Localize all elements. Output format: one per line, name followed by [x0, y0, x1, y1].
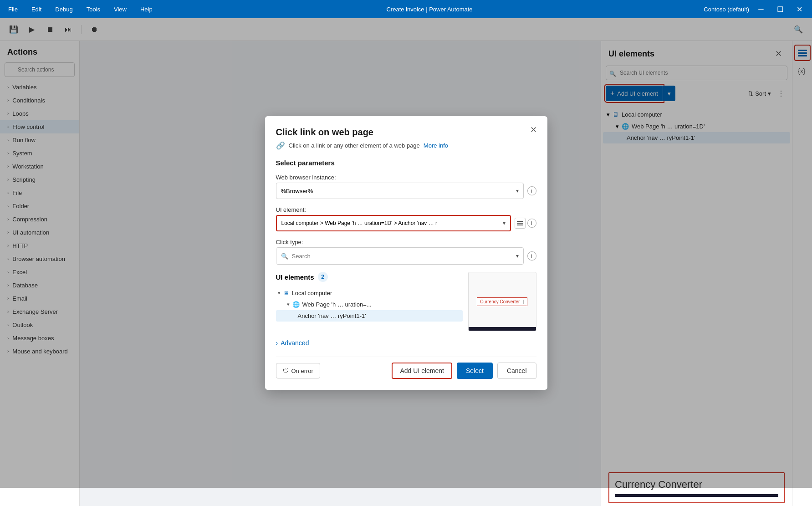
more-info-link[interactable]: More info [424, 142, 448, 149]
click-type-info-button[interactable]: i [527, 251, 536, 261]
svg-rect-5 [517, 223, 523, 224]
advanced-section: › Advanced [276, 335, 536, 357]
chevron-right-icon: › [276, 339, 278, 347]
modal-tree-web-page[interactable]: ▾ 🌐 Web Page 'h … uration=... [276, 299, 463, 310]
ui-element-label: UI element: [276, 206, 536, 213]
titlebar-title: Create invoice | Power Automate [386, 6, 472, 13]
preview-bar [469, 327, 536, 331]
modal-footer: 🛡 On error Add UI element Select Cancel [276, 357, 536, 379]
search-icon: 🔍 [281, 253, 288, 260]
currency-converter-bar [615, 494, 778, 497]
shield-icon: 🛡 [283, 368, 289, 374]
svg-rect-6 [517, 225, 523, 225]
menu-help[interactable]: Help [138, 4, 155, 15]
modal-overlay: Click link on web page ✕ 🔗 Click on a li… [0, 18, 812, 488]
click-type-search-input[interactable] [292, 253, 512, 260]
ui-element-row: UI element: Local computer > Web Page 'h… [276, 206, 536, 231]
ui-element-info-button[interactable]: i [527, 219, 536, 228]
menu-edit[interactable]: Edit [29, 4, 44, 15]
menu-tools[interactable]: Tools [84, 4, 103, 15]
modal-title: Click link on web page [276, 127, 536, 138]
chevron-down-icon: ▾ [516, 188, 519, 194]
modal-tree-anchor[interactable]: Anchor 'nav … ryPoint1-1' [276, 310, 463, 322]
click-type-label: Click type: [276, 239, 536, 245]
cancel-button[interactable]: Cancel [497, 363, 536, 379]
chevron-icon: ▾ [287, 302, 290, 307]
menu-file[interactable]: File [5, 4, 20, 15]
menu-view[interactable]: View [111, 4, 129, 15]
chevron-icon: ▾ [278, 290, 281, 296]
ui-elements-count-badge: 2 [318, 272, 328, 282]
layers-icon [517, 220, 523, 226]
maximize-button[interactable]: ☐ [773, 2, 787, 16]
globe-icon: 🌐 [292, 301, 300, 308]
ui-element-dropdown[interactable]: Local computer > Web Page 'h … uration=1… [276, 215, 511, 231]
click-type-search[interactable]: 🔍 ▾ [276, 248, 523, 264]
ui-element-actions: i [515, 218, 536, 229]
chevron-down-icon: ▾ [503, 220, 506, 226]
close-button[interactable]: ✕ [792, 2, 807, 16]
layers-button[interactable] [515, 218, 526, 229]
select-button[interactable]: Select [457, 363, 493, 379]
preview-element: Currency Converter | [477, 297, 527, 306]
web-browser-info-button[interactable]: i [527, 186, 536, 195]
preview-thumbnail: Currency Converter | [468, 272, 536, 331]
ui-elements-section-header: UI elements 2 [276, 272, 463, 282]
chevron-down-icon: ▾ [516, 253, 519, 259]
titlebar: File Edit Debug Tools View Help Create i… [0, 0, 812, 18]
titlebar-controls: Contoso (default) ─ ☐ ✕ [704, 2, 807, 16]
modal-section-title: Select parameters [276, 159, 536, 167]
minimize-button[interactable]: ─ [754, 2, 768, 16]
modal-subtitle: 🔗 Click on a link or any other element o… [276, 141, 536, 150]
modal-dialog: Click link on web page ✕ 🔗 Click on a li… [265, 116, 547, 390]
web-browser-row: Web browser instance: %Browser% ▾ i [276, 174, 536, 199]
web-browser-dropdown[interactable]: %Browser% ▾ [276, 183, 524, 199]
menu-debug[interactable]: Debug [52, 4, 75, 15]
click-type-row: Click type: 🔍 ▾ i [276, 239, 536, 265]
advanced-toggle[interactable]: › Advanced [276, 335, 536, 351]
svg-rect-4 [517, 221, 523, 222]
ui-elements-dropdown-section: Currency Converter | UI elements 2 ▾ 🖥 L… [276, 272, 536, 331]
web-browser-label: Web browser instance: [276, 174, 536, 181]
on-error-button[interactable]: 🛡 On error [276, 363, 320, 378]
user-label: Contoso (default) [704, 6, 749, 13]
computer-icon: 🖥 [283, 290, 289, 296]
add-ui-element-footer-button[interactable]: Add UI element [392, 363, 452, 379]
modal-close-button[interactable]: ✕ [527, 123, 540, 136]
titlebar-menu[interactable]: File Edit Debug Tools View Help [5, 4, 155, 15]
modal-tree-local-computer[interactable]: ▾ 🖥 Local computer [276, 287, 463, 299]
link-icon: 🔗 [276, 141, 285, 150]
